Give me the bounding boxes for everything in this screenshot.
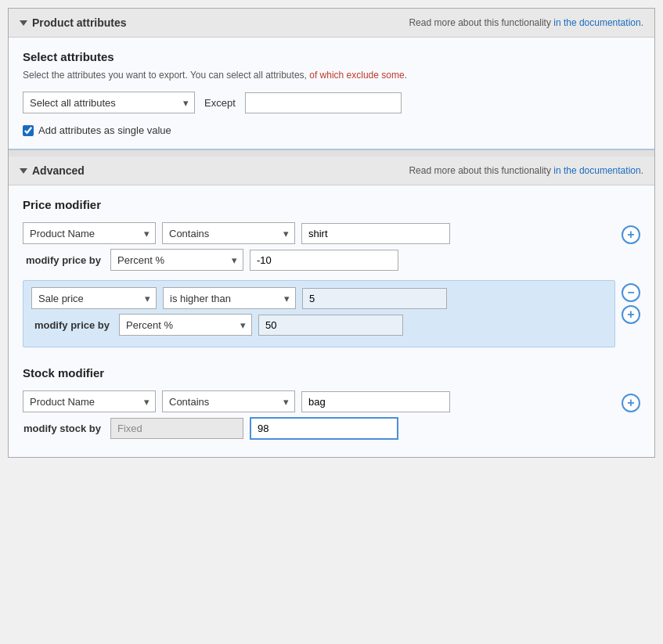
price-modifier-row-2: Product Name Sale price Regular price SK… bbox=[23, 280, 640, 354]
sm1-condition-dropdown[interactable]: Contains Is equal to Is not equal to is … bbox=[162, 390, 295, 412]
pm1-modify-label: modify price by bbox=[23, 254, 101, 266]
sm1-modify-label: modify stock by bbox=[23, 423, 101, 434]
pm1-condition-dropdown[interactable]: Contains Is equal to Is not equal to is … bbox=[162, 222, 295, 244]
price-modifier-row-2-modify: modify price by Percent % Fixed bbox=[31, 314, 607, 336]
page-container: Product attributes Read more about this … bbox=[8, 8, 655, 458]
pm2-field-wrapper: Product Name Sale price Regular price SK… bbox=[31, 287, 157, 309]
except-label: Except bbox=[204, 97, 236, 109]
pm1-add-button[interactable]: + bbox=[622, 225, 640, 244]
pm2-field-dropdown[interactable]: Product Name Sale price Regular price SK… bbox=[31, 287, 157, 309]
sm1-modifier-dropdown[interactable] bbox=[110, 418, 243, 439]
pm1-field-dropdown[interactable]: Product Name Sale price Regular price SK… bbox=[23, 222, 156, 244]
price-modifier-row-2-condition: Product Name Sale price Regular price SK… bbox=[31, 287, 607, 309]
product-attributes-content: Select attributes Select the attributes … bbox=[9, 38, 654, 150]
stock-modifier-row-1: Product Name Sale price Regular price SK… bbox=[23, 390, 640, 444]
except-input[interactable] bbox=[245, 92, 402, 113]
sm1-condition-wrapper: Contains Is equal to Is not equal to is … bbox=[162, 390, 295, 412]
sm1-field-dropdown[interactable]: Product Name Sale price Regular price SK… bbox=[23, 390, 156, 412]
price-modifier-row-2-highlighted: Product Name Sale price Regular price SK… bbox=[23, 280, 615, 347]
sm1-value-input[interactable] bbox=[301, 391, 450, 412]
advanced-title: Advanced bbox=[32, 164, 85, 177]
pm2-condition-dropdown[interactable]: Contains Is equal to Is not equal to is … bbox=[163, 287, 296, 309]
price-modifier-row-1-modify: modify price by Percent % Fixed bbox=[23, 249, 615, 271]
pm2-remove-button[interactable]: − bbox=[622, 283, 640, 302]
pm2-condition-wrapper: Contains Is equal to Is not equal to is … bbox=[163, 287, 296, 309]
sm1-btn-area: + bbox=[622, 390, 640, 412]
add-attributes-label: Add attributes as single value bbox=[38, 124, 171, 136]
attributes-select-row: Select all attributes Select specific at… bbox=[23, 92, 640, 113]
pm1-modifier-dropdown[interactable]: Percent % Fixed bbox=[110, 249, 243, 271]
pm2-btn-area: − + bbox=[622, 280, 640, 324]
advanced-header: Advanced Read more about this functional… bbox=[9, 157, 654, 185]
stock-modifier-row-1-content: Product Name Sale price Regular price SK… bbox=[23, 390, 615, 444]
exclude-some-link[interactable]: of which exclude some bbox=[309, 70, 404, 81]
sm1-add-button[interactable]: + bbox=[622, 394, 640, 412]
collapse-icon[interactable] bbox=[20, 20, 27, 26]
stock-modifier-section: Stock modifier Product Name Sale price R… bbox=[23, 366, 640, 444]
pm1-btn-area: + bbox=[622, 222, 640, 244]
pm2-value-input[interactable] bbox=[302, 288, 447, 309]
advanced-header-left: Advanced bbox=[20, 164, 85, 177]
select-all-attributes-dropdown[interactable]: Select all attributes Select specific at… bbox=[23, 92, 195, 113]
advanced-collapse-icon[interactable] bbox=[20, 168, 27, 174]
sm1-field-wrapper: Product Name Sale price Regular price SK… bbox=[23, 390, 156, 412]
stock-modifier-row-1-modify: modify stock by bbox=[23, 417, 615, 440]
product-attributes-doc: Read more about this functionality in th… bbox=[409, 17, 643, 28]
pm2-modifier-dropdown[interactable]: Percent % Fixed bbox=[119, 314, 252, 336]
price-modifier-title: Price modifier bbox=[23, 198, 640, 211]
pm2-add-button[interactable]: + bbox=[622, 305, 640, 324]
select-attributes-desc: Select the attributes you want to export… bbox=[23, 70, 640, 81]
pm1-field-wrapper: Product Name Sale price Regular price SK… bbox=[23, 222, 156, 244]
pm1-value-input[interactable] bbox=[301, 223, 450, 244]
price-modifier-row-1-content: Product Name Sale price Regular price SK… bbox=[23, 222, 615, 275]
stock-modifier-row-1-condition: Product Name Sale price Regular price SK… bbox=[23, 390, 615, 412]
advanced-doc: Read more about this functionality in th… bbox=[409, 165, 643, 176]
pm2-modifier-value-input[interactable] bbox=[258, 315, 403, 336]
add-attributes-checkbox[interactable] bbox=[23, 125, 34, 136]
price-modifier-row-1-condition: Product Name Sale price Regular price SK… bbox=[23, 222, 615, 244]
advanced-content: Price modifier Product Name Sale price R… bbox=[9, 185, 654, 457]
product-attributes-title: Product attributes bbox=[32, 16, 127, 29]
product-attributes-header: Product attributes Read more about this … bbox=[9, 9, 654, 38]
pm1-condition-wrapper: Contains Is equal to Is not equal to is … bbox=[162, 222, 295, 244]
product-attributes-doc-link[interactable]: in the documentation bbox=[553, 17, 640, 28]
price-modifier-row-1: Product Name Sale price Regular price SK… bbox=[23, 222, 640, 275]
select-all-attributes-wrapper: Select all attributes Select specific at… bbox=[23, 92, 195, 113]
advanced-doc-link[interactable]: in the documentation bbox=[553, 165, 640, 176]
stock-modifier-title: Stock modifier bbox=[23, 366, 640, 380]
pm1-modifier-wrapper: Percent % Fixed bbox=[110, 249, 243, 271]
add-attributes-single-row: Add attributes as single value bbox=[23, 124, 640, 136]
sm1-modifier-value-input[interactable] bbox=[250, 417, 398, 440]
section-gap bbox=[9, 150, 654, 157]
product-attributes-header-left: Product attributes bbox=[20, 16, 127, 29]
select-attributes-title: Select attributes bbox=[23, 50, 640, 63]
pm1-modifier-value-input[interactable] bbox=[250, 250, 398, 271]
pm2-modify-label: modify price by bbox=[31, 319, 110, 331]
pm2-modifier-wrapper: Percent % Fixed bbox=[119, 314, 252, 336]
